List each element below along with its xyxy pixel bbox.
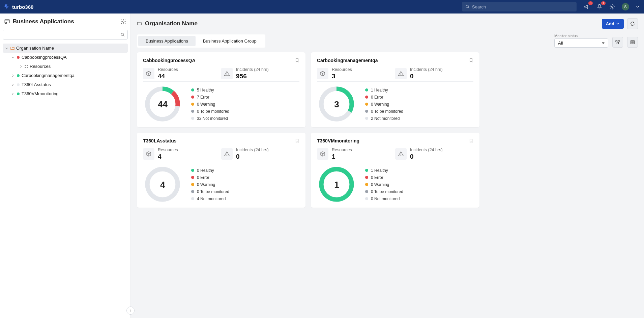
chevron-down-icon[interactable] [635, 4, 640, 9]
svg-point-38 [401, 155, 401, 155]
tree-child[interactable]: Resources [3, 62, 128, 71]
svg-point-23 [227, 75, 227, 75]
svg-point-7 [121, 33, 123, 35]
incidents-value: 0 [236, 153, 269, 160]
card-title: Carbookingmanagementqa [317, 58, 378, 63]
svg-rect-10 [27, 65, 28, 66]
status-legend: 5 Healthy 7 Error 0 Warning 0 To be moni… [191, 88, 229, 121]
list-view-button[interactable] [627, 37, 638, 48]
svg-point-0 [466, 5, 468, 7]
incidents-label: Incidents (24 hrs) [410, 67, 443, 72]
brand-logo[interactable]: turbo360 [4, 4, 33, 10]
tree-item[interactable]: T360LAsstatus [3, 80, 128, 89]
folder-icon [10, 46, 15, 51]
resources-label: Resources [158, 148, 178, 152]
svg-rect-18 [631, 41, 635, 44]
logo-icon [4, 4, 10, 10]
resources-value: 44 [158, 73, 178, 80]
app-card[interactable]: T360LAsstatus Resources4 Incidents (24 h… [137, 133, 305, 208]
search-icon [465, 4, 470, 9]
donut-total: 4 [160, 179, 165, 190]
resources-value: 4 [158, 153, 178, 160]
user-avatar[interactable]: S [622, 3, 629, 10]
incidents-value: 0 [410, 73, 443, 80]
brand-text: turbo360 [12, 4, 33, 10]
cards-grid: CabbookingprocessQA Resources44 Incident… [137, 52, 638, 208]
announcement-badge: 3 [588, 1, 593, 5]
chevron-right-icon [11, 83, 15, 87]
announcements-icon[interactable]: 3 [583, 3, 590, 10]
svg-rect-9 [25, 65, 26, 66]
incidents-value: 0 [410, 153, 443, 160]
monitor-status-select[interactable]: All [554, 38, 608, 48]
tree-root[interactable]: Organisation Name [3, 44, 128, 53]
resources-value: 1 [332, 153, 352, 160]
refresh-button[interactable] [627, 18, 638, 29]
map-view-button[interactable] [612, 37, 623, 48]
bookmark-icon[interactable] [295, 138, 299, 143]
chevron-down-icon [5, 46, 9, 50]
tree-child-label: Resources [30, 64, 51, 69]
status-dot [17, 92, 20, 95]
incidents-icon [221, 148, 233, 160]
global-search[interactable] [462, 2, 577, 11]
donut-total: 1 [334, 179, 339, 190]
resources-label: Resources [332, 148, 352, 152]
add-button[interactable]: Add [602, 19, 624, 29]
incidents-label: Incidents (24 hrs) [410, 148, 443, 152]
search-icon [120, 32, 125, 37]
resources-label: Resources [332, 67, 352, 72]
list-icon [630, 39, 635, 45]
status-dot [17, 74, 20, 77]
svg-point-6 [123, 21, 124, 23]
sidebar-title-text: Business Applications [13, 18, 74, 25]
tree-item-label: T360LAsstatus [22, 82, 51, 87]
resources-value: 3 [332, 73, 352, 80]
status-legend: 0 Healthy 0 Error 0 Warning 0 To be moni… [191, 168, 229, 201]
bookmark-icon[interactable] [295, 58, 299, 63]
incidents-label: Incidents (24 hrs) [236, 148, 269, 152]
collapse-sidebar-button[interactable] [126, 307, 135, 315]
resources-icon [143, 68, 154, 79]
folder-icon [137, 21, 142, 26]
bookmark-icon[interactable] [469, 58, 473, 63]
tree-item-label: CabbookingprocessQA [22, 55, 67, 60]
app-card[interactable]: T360VMmonitoring Resources1 Incidents (2… [311, 133, 479, 208]
sidebar: Business Applications Organisation Name … [0, 14, 131, 318]
settings-icon[interactable] [609, 3, 616, 10]
incidents-icon [395, 68, 407, 79]
svg-line-1 [468, 7, 469, 8]
grid-icon [24, 64, 28, 69]
gear-icon[interactable] [120, 19, 126, 25]
svg-point-29 [401, 75, 401, 75]
notification-badge: 1 [601, 1, 606, 5]
tree-item[interactable]: T360VMmonitoring [3, 89, 128, 98]
tab[interactable]: Business Applications [138, 36, 196, 46]
tree-item[interactable]: Carbookingmanagementqa [3, 71, 128, 80]
app-card[interactable]: CabbookingprocessQA Resources44 Incident… [137, 52, 305, 127]
tree-item-label: T360VMmonitoring [22, 91, 59, 96]
tab[interactable]: Business Application Group [196, 36, 264, 46]
tree-item[interactable]: CabbookingprocessQA [3, 53, 128, 62]
notifications-icon[interactable]: 1 [596, 3, 603, 10]
bookmark-icon[interactable] [469, 138, 473, 143]
app-card[interactable]: Carbookingmanagementqa Resources3 Incide… [311, 52, 479, 127]
card-title: CabbookingprocessQA [143, 58, 196, 63]
chevron-down-icon [616, 22, 620, 26]
sidebar-search-input[interactable] [3, 30, 128, 39]
map-icon [615, 39, 620, 45]
card-title: T360LAsstatus [143, 138, 177, 143]
incidents-label: Incidents (24 hrs) [236, 67, 269, 72]
svg-line-8 [123, 35, 124, 36]
card-title: T360VMmonitoring [317, 138, 359, 143]
main-content: Organisation Name Add Business Applicati… [131, 14, 644, 318]
tree-root-label: Organisation Name [16, 46, 54, 51]
tree-item-label: Carbookingmanagementqa [22, 73, 75, 78]
resources-label: Resources [158, 67, 178, 72]
app-header: turbo360 3 1 S [0, 0, 644, 14]
chevron-right-icon [11, 74, 15, 78]
sidebar-search[interactable] [3, 30, 128, 39]
search-input[interactable] [472, 4, 573, 9]
refresh-icon [630, 21, 635, 26]
svg-rect-13 [616, 41, 617, 42]
